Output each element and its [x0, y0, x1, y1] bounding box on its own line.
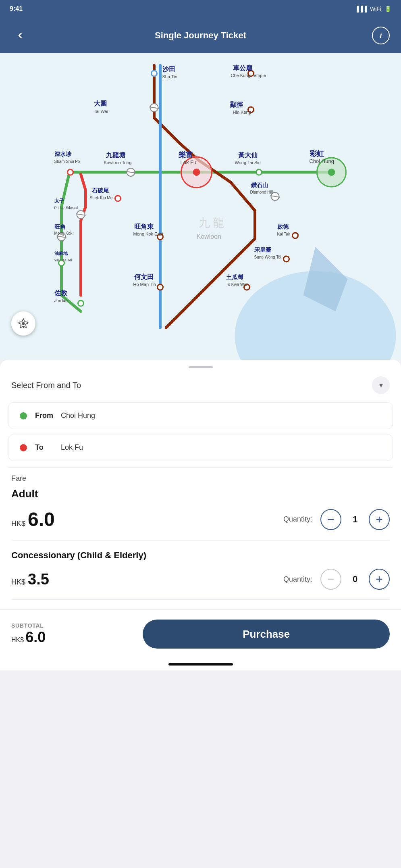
divider-1 [8, 467, 393, 468]
location-button[interactable] [11, 311, 35, 336]
from-dot [20, 412, 27, 419]
battery-icon: 🔋 [384, 6, 391, 12]
to-station: Lok Fu [61, 443, 83, 452]
to-dot [20, 444, 27, 451]
svg-text:沙田: 沙田 [162, 66, 175, 73]
purchase-label: Purchase [243, 628, 290, 641]
svg-point-3 [152, 71, 157, 76]
concessionary-type-label: Concessionary (Child & Elderly) [11, 550, 390, 561]
collapse-button[interactable]: ▾ [372, 376, 390, 394]
bottom-sheet: Select From and To ▾ From Choi Hung To L… [0, 360, 401, 658]
subtotal-currency: HK$ [11, 636, 24, 644]
adult-quantity-value: 1 [349, 514, 361, 525]
svg-text:To Kwa Wan: To Kwa Wan [226, 282, 249, 287]
select-section-header: Select From and To ▾ [0, 376, 401, 402]
svg-text:旺角: 旺角 [54, 223, 66, 230]
concessionary-qty-label: Quantity: [283, 575, 312, 584]
svg-point-33 [328, 169, 335, 176]
bottom-bar: SUBTOTAL HK$ 6.0 Purchase [0, 609, 401, 658]
svg-text:黃大仙: 黃大仙 [238, 152, 258, 159]
svg-point-36 [115, 196, 121, 201]
adult-increase-button[interactable] [369, 509, 390, 530]
svg-text:何文田: 何文田 [134, 273, 154, 280]
signal-icon: ▐▐▐ [355, 6, 367, 12]
svg-point-71 [78, 300, 84, 306]
from-station: Choi Hung [61, 411, 95, 420]
svg-text:鑽石山: 鑽石山 [251, 182, 268, 188]
nav-bar: Single Journey Ticket i [0, 18, 401, 53]
svg-text:九龍塘: 九龍塘 [106, 151, 126, 159]
svg-text:Kowloon Tong: Kowloon Tong [104, 160, 132, 165]
concessionary-fare-row: HK$ 3.5 Quantity: 0 [11, 569, 390, 600]
adult-type-label: Adult [11, 488, 390, 500]
svg-point-65 [158, 284, 163, 290]
svg-point-28 [256, 169, 262, 175]
adult-fare-row: HK$ 6.0 Quantity: 1 [11, 508, 390, 540]
from-row[interactable]: From Choi Hung [8, 402, 393, 429]
svg-text:Choi Hung: Choi Hung [310, 158, 334, 164]
adult-price-amount: 6.0 [28, 508, 55, 530]
wifi-icon: WiFi [370, 6, 381, 12]
concessionary-quantity-value: 0 [349, 574, 361, 584]
svg-text:Jordan: Jordan [54, 298, 68, 303]
svg-text:大圍: 大圍 [93, 100, 107, 107]
svg-text:Yau Ma Tei: Yau Ma Tei [54, 258, 72, 262]
svg-text:旺角東: 旺角東 [134, 223, 154, 230]
svg-text:太子: 太子 [54, 198, 64, 204]
adult-qty-label: Quantity: [283, 515, 312, 524]
svg-point-74 [22, 322, 25, 325]
svg-text:顯徑: 顯徑 [230, 101, 243, 108]
chevron-down-icon: ▾ [379, 381, 383, 390]
svg-text:啟德: 啟德 [277, 223, 289, 230]
svg-point-56 [293, 233, 298, 238]
svg-text:Kowloon: Kowloon [197, 233, 221, 240]
concessionary-quantity-control: Quantity: 0 [283, 569, 390, 590]
svg-text:Lok Fu: Lok Fu [181, 159, 197, 165]
adult-quantity-control: Quantity: 1 [283, 509, 390, 530]
svg-text:九 龍: 九 龍 [199, 217, 224, 229]
svg-text:樂富: 樂富 [179, 150, 193, 159]
svg-text:Mong Kok East: Mong Kok East [133, 232, 164, 236]
svg-text:宋皇臺: 宋皇臺 [254, 246, 271, 253]
svg-text:Prince Edward: Prince Edward [54, 206, 78, 210]
map-area[interactable]: 沙田 Sha Tin 車公廟 Che Kung Temple 大圍 Tai Wa… [0, 53, 401, 360]
svg-text:油麻地: 油麻地 [54, 251, 68, 256]
status-time: 9:41 [10, 5, 23, 13]
purchase-button[interactable]: Purchase [143, 620, 390, 649]
concessionary-decrease-button[interactable] [320, 569, 341, 590]
concessionary-currency: HK$ [11, 578, 25, 586]
sheet-handle[interactable] [189, 366, 213, 368]
concessionary-fare-price: HK$ 3.5 [11, 571, 49, 588]
status-icons: ▐▐▐ WiFi 🔋 [355, 6, 391, 12]
select-section-title: Select From and To [11, 381, 81, 390]
back-button[interactable] [11, 27, 29, 44]
status-bar: 9:41 ▐▐▐ WiFi 🔋 [0, 0, 401, 18]
concessionary-increase-button[interactable] [369, 569, 390, 590]
subtotal-label: SUBTOTAL [11, 622, 135, 629]
svg-text:石破尾: 石破尾 [91, 187, 109, 194]
fare-title: Fare [11, 474, 390, 483]
adult-currency: HK$ [11, 520, 25, 528]
svg-text:Sham Shui Po: Sham Shui Po [54, 159, 80, 164]
svg-text:Che Kung Temple: Che Kung Temple [231, 73, 266, 78]
svg-text:Sung Wong Toi: Sung Wong Toi [254, 255, 281, 259]
adult-decrease-button[interactable] [320, 509, 341, 530]
svg-text:Sha Tin: Sha Tin [162, 74, 177, 79]
svg-point-25 [193, 169, 200, 176]
svg-text:深水埗: 深水埗 [54, 151, 72, 157]
to-row[interactable]: To Lok Fu [8, 434, 393, 461]
page-title: Single Journey Ticket [155, 30, 246, 41]
home-indicator-bar [168, 663, 233, 666]
subtotal-section: SUBTOTAL HK$ 6.0 [11, 622, 135, 646]
info-icon: i [380, 31, 382, 40]
home-indicator-area [0, 658, 401, 670]
svg-text:彩虹: 彩虹 [309, 150, 324, 158]
svg-text:Tai Wai: Tai Wai [94, 109, 108, 114]
info-button[interactable]: i [372, 27, 390, 44]
svg-text:Mong Kok: Mong Kok [54, 231, 73, 236]
subtotal-price: HK$ 6.0 [11, 629, 135, 646]
adult-fare-price: HK$ 6.0 [11, 508, 55, 530]
svg-text:Shek Kip Mei: Shek Kip Mei [90, 196, 114, 200]
svg-text:Wong Tai Sin: Wong Tai Sin [235, 160, 261, 165]
svg-point-16 [68, 169, 73, 175]
